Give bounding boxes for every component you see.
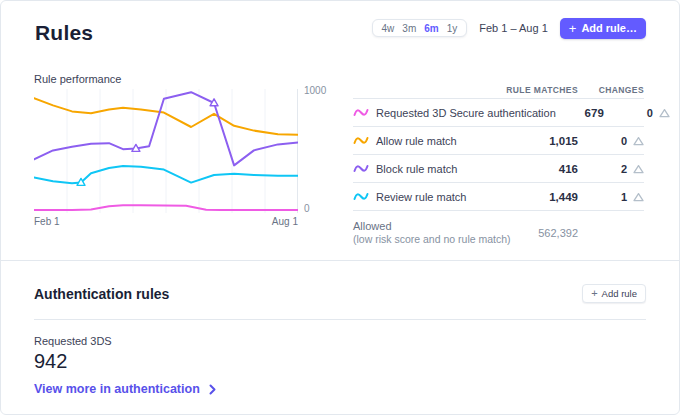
change-triangle-icon [633,192,644,202]
rule-row[interactable]: Allow rule match1,0150 [353,127,644,155]
auth-add-rule-label: Add rule [602,288,637,299]
change-triangle-icon [633,136,644,146]
rule-change-marker [210,99,218,106]
view-more-label: View more in authentication [34,382,200,396]
series-line-icon [353,191,369,202]
rule-stats-table: RULE MATCHES CHANGES Requested 3D Secure… [353,81,644,257]
rule-row[interactable]: Review rule match1,4491 [353,183,644,211]
series-line-icon [353,135,369,146]
x-axis-start-label: Feb 1 [34,216,60,227]
allowed-summary-row: Allowed (low risk score and no rule matc… [353,211,644,257]
rule-row[interactable]: Block rule match4162 [353,155,644,183]
rule-name: Allow rule match [376,135,457,147]
col-changes: CHANGES [578,85,644,95]
add-rule-button-label: Add rule… [581,22,637,34]
auth-section-title: Authentication rules [34,286,169,302]
rule-changes-value: 0 [621,135,627,147]
allowed-label: Allowed [353,219,530,233]
y-axis-min-label: 0 [304,203,310,214]
series-line-icon [353,163,369,174]
col-rule-matches: RULE MATCHES [482,85,578,95]
rule-name: Requested 3D Secure authentication [376,107,556,119]
auth-divider [34,319,646,320]
header-controls: 4w3m6m1y Feb 1 – Aug 1 + Add rule… [372,16,646,40]
range-option-6m[interactable]: 6m [424,23,438,34]
rule-performance-chart [34,89,298,213]
requested-3ds-value: 942 [34,350,67,373]
rule-row[interactable]: Requested 3D Secure authentication6790 [353,99,644,127]
requested-3ds-label: Requested 3DS [34,335,112,347]
range-option-1y[interactable]: 1y [447,23,458,34]
allowed-value: 562,392 [530,227,578,239]
rule-changes-value: 0 [647,107,653,119]
time-range-selector: 4w3m6m1y [372,19,468,37]
rule-changes-value: 2 [621,163,627,175]
chart-title: Rule performance [34,73,121,85]
chevron-right-icon [209,384,216,395]
rule-name: Review rule match [376,191,466,203]
radar-rules-page: Rules 4w3m6m1y Feb 1 – Aug 1 + Add rule…… [0,0,680,415]
date-range-label: Feb 1 – Aug 1 [479,22,548,34]
range-option-4w[interactable]: 4w [382,23,395,34]
x-axis-end-label: Aug 1 [268,216,298,227]
section-divider [1,260,679,261]
auth-add-rule-button[interactable]: + Add rule [582,284,646,303]
rule-changes-value: 1 [621,191,627,203]
table-header-row: RULE MATCHES CHANGES [353,81,644,99]
chart-svg [34,89,298,213]
y-axis-max-label: 1000 [304,85,326,96]
rule-matches-value: 416 [530,163,578,175]
plus-icon: + [569,22,577,35]
rule-name: Block rule match [376,163,457,175]
change-triangle-icon [633,164,644,174]
add-rule-button[interactable]: + Add rule… [560,18,646,39]
page-title: Rules [35,21,93,45]
allowed-sublabel: (low risk score and no rule match) [353,233,530,247]
rule-matches-value: 1,449 [530,191,578,203]
view-more-authentication-link[interactable]: View more in authentication [34,382,216,396]
range-option-3m[interactable]: 3m [402,23,416,34]
series-line-icon [353,107,369,118]
rule-matches-value: 1,015 [530,135,578,147]
rule-matches-value: 679 [556,107,604,119]
change-triangle-icon [659,108,670,118]
plus-icon: + [591,288,597,299]
